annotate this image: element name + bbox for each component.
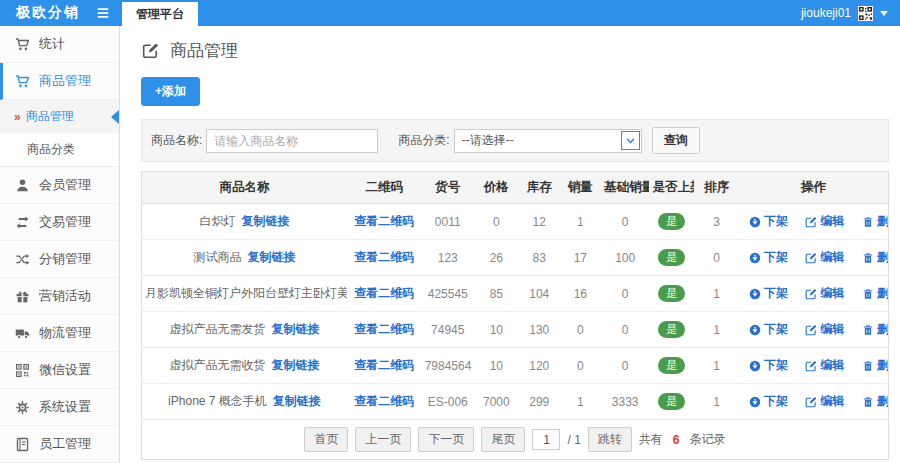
product-price: 7000 xyxy=(474,384,519,420)
product-stock: 83 xyxy=(519,240,560,276)
product-code: ES-006 xyxy=(422,384,474,420)
table-row: 虚拟产品无需收货复制链接 查看二维码 7984564 10 120 0 0 是 … xyxy=(142,348,889,384)
last-page-button[interactable]: 尾页 xyxy=(481,427,525,452)
view-qrcode-link[interactable]: 查看二维码 xyxy=(354,394,414,408)
pagination-row: 首页 上一页 下一页 尾页 / 1 跳转 共有 6 条记录 xyxy=(142,420,889,460)
edit-button[interactable]: 编辑 xyxy=(805,393,844,410)
off-shelf-button[interactable]: 下架 xyxy=(749,357,788,374)
copy-link[interactable]: 复制链接 xyxy=(273,394,321,408)
product-code: 7984564 xyxy=(422,348,474,384)
sidebar-item-营销活动[interactable]: 营销活动 xyxy=(0,278,119,315)
off-shelf-button[interactable]: 下架 xyxy=(749,213,788,230)
record-count: 6 xyxy=(673,433,680,447)
product-price: 10 xyxy=(474,312,519,348)
sidebar-sub-item-商品分类[interactable]: » 商品分类 xyxy=(0,133,119,166)
off-shelf-button[interactable]: 下架 xyxy=(749,321,788,338)
first-page-button[interactable]: 首页 xyxy=(304,427,348,452)
hamburger-icon[interactable] xyxy=(95,6,111,20)
sidebar-item-物流管理[interactable]: 物流管理 xyxy=(0,315,119,352)
copy-link[interactable]: 复制链接 xyxy=(247,250,295,264)
view-qrcode-link[interactable]: 查看二维码 xyxy=(354,322,414,336)
product-name: iPhone 7 概念手机 xyxy=(168,394,267,408)
total-prefix-label: 共有 xyxy=(639,431,663,448)
delete-button[interactable]: 删除 xyxy=(862,213,889,230)
copy-link[interactable]: 复制链接 xyxy=(241,214,289,228)
sidebar-item-员工管理[interactable]: 员工管理 xyxy=(0,426,119,463)
sidebar-item-label: 交易管理 xyxy=(39,213,91,231)
category-select[interactable]: --请选择-- xyxy=(454,129,642,153)
main-content: 商品管理 +添加 商品名称: 商品分类: --请选择-- 查询 商品名称二维码货… xyxy=(120,26,900,463)
product-price: 10 xyxy=(474,348,519,384)
copy-link[interactable]: 复制链接 xyxy=(271,358,319,372)
product-name: 月影凯顿全铜灯户外阳台壁灯主卧灯美式田园... xyxy=(145,286,347,300)
off-shelf-button[interactable]: 下架 xyxy=(749,393,788,410)
prev-page-button[interactable]: 上一页 xyxy=(355,427,411,452)
on-shelf-badge: 是 xyxy=(658,357,685,374)
on-shelf-badge: 是 xyxy=(658,285,685,302)
sidebar-item-label: 物流管理 xyxy=(39,324,91,342)
next-page-button[interactable]: 下一页 xyxy=(418,427,474,452)
page-number-input[interactable] xyxy=(532,429,560,450)
sidebar-item-label: 系统设置 xyxy=(39,398,91,416)
search-button[interactable]: 查询 xyxy=(652,127,700,154)
view-qrcode-link[interactable]: 查看二维码 xyxy=(354,214,414,228)
view-qrcode-link[interactable]: 查看二维码 xyxy=(354,286,414,300)
chevron-down-icon xyxy=(880,11,888,16)
sidebar-item-label: 员工管理 xyxy=(39,435,91,453)
product-code: 74945 xyxy=(422,312,474,348)
sidebar-item-交易管理[interactable]: 交易管理 xyxy=(0,204,119,241)
sidebar-item-会员管理[interactable]: 会员管理 xyxy=(0,167,119,204)
tab-admin-platform[interactable]: 管理平台 xyxy=(122,2,198,26)
product-name: 白炽灯 xyxy=(199,214,235,228)
copy-link[interactable]: 复制链接 xyxy=(271,322,319,336)
column-header-商品名称: 商品名称 xyxy=(142,172,347,204)
sidebar-item-icon xyxy=(15,37,30,52)
edit-button[interactable]: 编辑 xyxy=(805,285,844,302)
delete-button[interactable]: 删除 xyxy=(862,249,889,266)
product-sort: 1 xyxy=(694,276,739,312)
on-shelf-badge: 是 xyxy=(658,393,685,410)
edit-button[interactable]: 编辑 xyxy=(805,321,844,338)
sidebar-sub-item-label: 商品分类 xyxy=(27,141,75,158)
delete-button[interactable]: 删除 xyxy=(862,393,889,410)
sidebar-item-icon xyxy=(15,437,30,452)
sidebar-item-微信设置[interactable]: 微信设置 xyxy=(0,352,119,389)
sidebar-item-商品管理[interactable]: 商品管理 xyxy=(0,63,119,100)
product-sales: 0 xyxy=(560,312,601,348)
active-marker: » xyxy=(14,110,21,124)
sidebar-item-统计[interactable]: 统计 xyxy=(0,26,119,63)
edit-button[interactable]: 编辑 xyxy=(805,213,844,230)
sidebar-sub-item-商品管理[interactable]: » 商品管理 xyxy=(0,100,119,133)
delete-button[interactable]: 删除 xyxy=(862,285,889,302)
table-row: iPhone 7 概念手机复制链接 查看二维码 ES-006 7000 299 … xyxy=(142,384,889,420)
add-button[interactable]: +添加 xyxy=(141,77,200,106)
product-code: 123 xyxy=(422,240,474,276)
product-sales: 17 xyxy=(560,240,601,276)
product-stock: 12 xyxy=(519,204,560,240)
off-shelf-button[interactable]: 下架 xyxy=(749,285,788,302)
category-select-value: --请选择-- xyxy=(462,132,514,149)
sidebar-item-系统设置[interactable]: 系统设置 xyxy=(0,389,119,426)
product-name-input[interactable] xyxy=(206,129,378,153)
column-header-库存: 库存 xyxy=(519,172,560,204)
product-base-sales: 0 xyxy=(601,312,650,348)
product-base-sales: 0 xyxy=(601,276,650,312)
product-stock: 104 xyxy=(519,276,560,312)
products-table: 商品名称二维码货号价格库存销量基础销量是否上架排序操作 白炽灯复制链接 查看二维… xyxy=(141,171,889,460)
edit-button[interactable]: 编辑 xyxy=(805,357,844,374)
edit-button[interactable]: 编辑 xyxy=(805,249,844,266)
delete-button[interactable]: 删除 xyxy=(862,357,889,374)
sidebar-item-label: 商品管理 xyxy=(39,72,91,90)
delete-button[interactable]: 删除 xyxy=(862,321,889,338)
user-menu[interactable]: jioukeji01 xyxy=(801,0,900,26)
column-header-基础销量: 基础销量 xyxy=(601,172,650,204)
sidebar-item-icon xyxy=(15,215,30,230)
circle-down-icon xyxy=(749,288,761,300)
sidebar-item-分销管理[interactable]: 分销管理 xyxy=(0,241,119,278)
jump-button[interactable]: 跳转 xyxy=(588,427,632,452)
circle-down-icon xyxy=(749,324,761,336)
view-qrcode-link[interactable]: 查看二维码 xyxy=(354,250,414,264)
view-qrcode-link[interactable]: 查看二维码 xyxy=(354,358,414,372)
pencil-icon xyxy=(805,252,817,264)
off-shelf-button[interactable]: 下架 xyxy=(749,249,788,266)
